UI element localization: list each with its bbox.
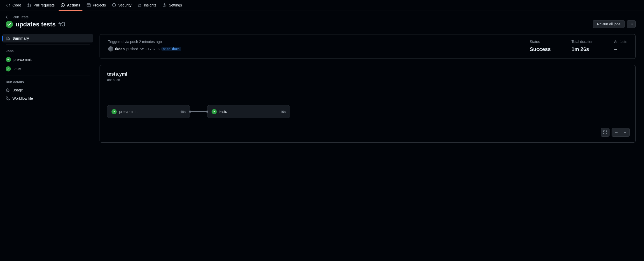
back-to-workflow-link[interactable]: Run Tests (6, 15, 65, 19)
artifacts-label: Artifacts (614, 40, 627, 44)
nav-projects[interactable]: Projects (85, 0, 108, 11)
play-circle-icon (61, 3, 65, 7)
divider (6, 76, 90, 76)
nav-settings[interactable]: Settings (160, 0, 184, 11)
rerun-label: Re-run all jobs (597, 22, 620, 26)
job-duration: 49s (180, 110, 186, 114)
sidebar-usage[interactable]: Usage (2, 86, 93, 94)
more-actions-button[interactable] (627, 20, 636, 28)
back-label: Run Tests (12, 15, 29, 19)
artifacts-value: – (614, 46, 627, 52)
run-title: updates tests (16, 21, 56, 28)
svg-point-8 (632, 24, 633, 25)
nav-insights[interactable]: Insights (136, 0, 158, 11)
zoom-group (612, 128, 630, 137)
sidebar: Summary Jobs pre-commit tests Run detail… (2, 34, 93, 143)
run-summary-panel: Triggered via push 2 minutes ago rkdan p… (100, 34, 636, 59)
nav-security-label: Security (118, 3, 131, 7)
svg-point-12 (141, 48, 143, 49)
nav-code[interactable]: Code (4, 0, 23, 11)
minus-icon[interactable] (614, 130, 618, 134)
job-duration: 19s (280, 110, 286, 114)
status-value: Success (530, 46, 551, 52)
triggered-label: Triggered via push 2 minutes ago (108, 40, 509, 44)
job-graph[interactable]: pre-commit 49s tests 19s (107, 105, 628, 118)
nav-insights-label: Insights (144, 3, 156, 7)
job-name: pre-commit (119, 110, 178, 114)
run-status-success-icon (6, 21, 13, 28)
sidebar-jobs-heading: Jobs (2, 47, 93, 55)
job-name: tests (219, 110, 278, 114)
commit-icon (140, 47, 144, 52)
main-content: Triggered via push 2 minutes ago rkdan p… (100, 34, 636, 143)
pushed-text: pushed (126, 47, 138, 51)
sidebar-job-label: tests (13, 67, 21, 71)
svg-rect-4 (87, 4, 90, 7)
commit-sha-link[interactable]: 8173236 (145, 47, 160, 51)
fullscreen-icon (603, 130, 607, 134)
nav-actions-label: Actions (67, 3, 80, 7)
svg-point-2 (30, 6, 31, 7)
check-icon (6, 57, 11, 62)
nav-actions[interactable]: Actions (59, 0, 82, 11)
check-icon (212, 109, 217, 114)
duration-value: 1m 26s (571, 46, 593, 52)
svg-point-6 (630, 24, 631, 25)
actor-avatar[interactable] (108, 46, 113, 52)
sidebar-job-tests[interactable]: tests (2, 64, 93, 74)
nav-projects-label: Projects (93, 3, 106, 7)
workflow-filename: tests.yml (107, 71, 628, 77)
arrow-left-icon (6, 15, 10, 19)
repo-nav: Code Pull requests Actions Projects Secu… (0, 0, 644, 11)
check-icon (6, 66, 11, 71)
nav-settings-label: Settings (169, 3, 182, 7)
fullscreen-button[interactable] (601, 128, 610, 137)
actor-link[interactable]: rkdan (115, 47, 125, 51)
svg-point-1 (28, 6, 29, 7)
workflow-icon (6, 96, 10, 100)
rerun-all-jobs-button[interactable]: Re-run all jobs (593, 20, 625, 28)
sidebar-job-label: pre-commit (13, 57, 32, 62)
job-card-tests[interactable]: tests 19s (207, 105, 290, 118)
sidebar-workflow-file-label: Workflow file (12, 96, 33, 100)
sidebar-usage-label: Usage (12, 88, 23, 92)
nav-code-label: Code (12, 3, 21, 7)
status-label: Status (530, 40, 551, 44)
gear-icon (163, 3, 167, 7)
job-connector (190, 111, 207, 112)
run-number: #3 (58, 21, 65, 28)
graph-icon (138, 3, 142, 7)
sidebar-summary-label: Summary (12, 36, 29, 40)
job-card-pre-commit[interactable]: pre-commit 49s (107, 105, 190, 118)
svg-rect-11 (8, 99, 10, 100)
workflow-trigger: on: push (107, 78, 628, 82)
check-icon (111, 109, 117, 114)
nav-security[interactable]: Security (110, 0, 134, 11)
code-icon (6, 3, 10, 7)
stopwatch-icon (6, 88, 10, 92)
svg-rect-10 (6, 97, 8, 98)
sidebar-run-details-heading: Run details (2, 78, 93, 86)
shield-icon (112, 3, 116, 7)
home-icon (6, 36, 10, 40)
branch-badge[interactable]: make-docs (161, 47, 181, 51)
svg-point-0 (28, 4, 29, 5)
sidebar-job-pre-commit[interactable]: pre-commit (2, 55, 93, 64)
svg-point-5 (164, 4, 165, 6)
run-header: Run Tests updates tests #3 Re-run all jo… (0, 11, 644, 34)
duration-label: Total duration (571, 40, 593, 44)
nav-pull-requests-label: Pull requests (33, 3, 54, 7)
table-icon (87, 3, 91, 7)
pull-request-icon (27, 3, 31, 7)
divider (6, 45, 90, 45)
workflow-graph-panel: tests.yml on: push pre-commit 49s tests … (100, 65, 636, 143)
sidebar-workflow-file[interactable]: Workflow file (2, 94, 93, 103)
nav-pull-requests[interactable]: Pull requests (25, 0, 57, 11)
svg-point-7 (631, 24, 632, 25)
sidebar-summary[interactable]: Summary (2, 34, 93, 42)
kebab-icon (629, 22, 633, 26)
plus-icon[interactable] (623, 130, 627, 134)
